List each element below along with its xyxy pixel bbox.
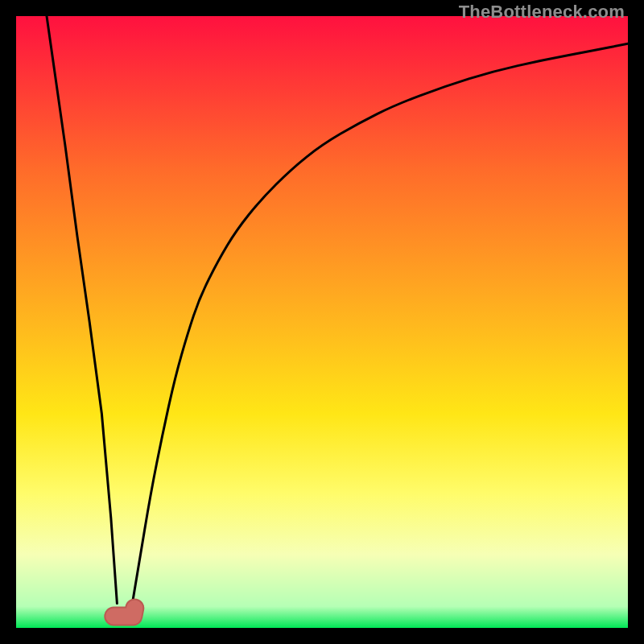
bottleneck-chart	[16, 16, 628, 628]
chart-frame	[16, 16, 628, 628]
optimal-point-marker	[114, 609, 134, 617]
watermark-text: TheBottleneck.com	[459, 2, 625, 23]
gradient-background	[16, 16, 628, 628]
